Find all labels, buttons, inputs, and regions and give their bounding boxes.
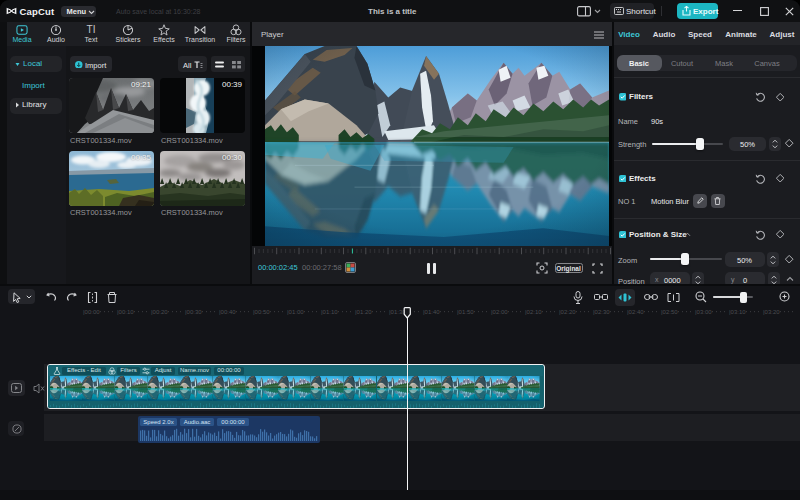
svg-text:|01:50: |01:50 [457, 309, 474, 315]
svg-text:|00:30: |00:30 [185, 309, 202, 315]
svg-text:|02:30: |02:30 [593, 309, 610, 315]
svg-text:|03:00: |03:00 [695, 309, 712, 315]
svg-text:|00:00: |00:00 [83, 309, 100, 315]
svg-text:|02:50: |02:50 [661, 309, 678, 315]
svg-text:|00:20: |00:20 [151, 309, 168, 315]
svg-text:|01:00: |01:00 [287, 309, 304, 315]
svg-text:|00:40: |00:40 [219, 309, 236, 315]
svg-text:|00:10: |00:10 [117, 309, 134, 315]
svg-text:|02:40: |02:40 [627, 309, 644, 315]
svg-text:|02:20: |02:20 [559, 309, 576, 315]
svg-text:|01:20: |01:20 [355, 309, 372, 315]
svg-text:|02:00: |02:00 [491, 309, 508, 315]
svg-text:|03:20: |03:20 [763, 309, 780, 315]
svg-text:|02:10: |02:10 [525, 309, 542, 315]
svg-text:|01:10: |01:10 [321, 309, 338, 315]
svg-text:|00:50: |00:50 [253, 309, 270, 315]
svg-text:|01:40: |01:40 [423, 309, 440, 315]
svg-text:TI: TI [86, 24, 95, 35]
svg-text:|03:10: |03:10 [729, 309, 746, 315]
